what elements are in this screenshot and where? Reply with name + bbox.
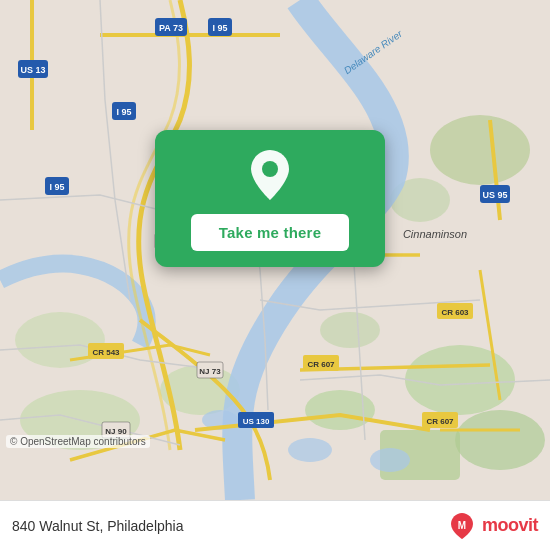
svg-text:I 95: I 95: [212, 23, 227, 33]
svg-text:PA 73: PA 73: [159, 23, 183, 33]
svg-point-9: [320, 312, 380, 348]
card-overlay: Take me there: [155, 130, 385, 267]
svg-text:CR 607: CR 607: [426, 417, 454, 426]
moovit-text: moovit: [482, 515, 538, 536]
moovit-logo: M moovit: [448, 512, 538, 540]
svg-point-12: [288, 438, 332, 462]
svg-point-46: [262, 161, 278, 177]
svg-text:NJ 73: NJ 73: [199, 367, 221, 376]
address-text: 840 Walnut St, Philadelphia: [12, 518, 183, 534]
map-container: PA 73 I 95 US 13 I 95 I 95 NJ CR 607 Cin…: [0, 0, 550, 500]
svg-point-4: [405, 345, 515, 415]
pin-icon-wrapper: [243, 148, 297, 202]
svg-point-8: [430, 115, 530, 185]
svg-point-6: [15, 312, 105, 368]
osm-credit: © OpenStreetMap contributors: [6, 435, 150, 448]
svg-text:US 13: US 13: [20, 65, 45, 75]
svg-text:CR 543: CR 543: [92, 348, 120, 357]
svg-text:Cinnaminson: Cinnaminson: [403, 228, 467, 240]
svg-text:CR 603: CR 603: [441, 308, 469, 317]
svg-text:I 95: I 95: [49, 182, 64, 192]
svg-point-5: [455, 410, 545, 470]
moovit-icon: M: [448, 512, 476, 540]
svg-text:M: M: [458, 520, 466, 531]
take-me-there-button[interactable]: Take me there: [191, 214, 349, 251]
svg-point-13: [370, 448, 410, 472]
svg-text:I 95: I 95: [116, 107, 131, 117]
svg-text:US 95: US 95: [482, 190, 507, 200]
svg-text:CR 607: CR 607: [307, 360, 335, 369]
svg-text:US 130: US 130: [243, 417, 270, 426]
bottom-bar: 840 Walnut St, Philadelphia M moovit: [0, 500, 550, 550]
location-pin-icon: [248, 148, 292, 202]
